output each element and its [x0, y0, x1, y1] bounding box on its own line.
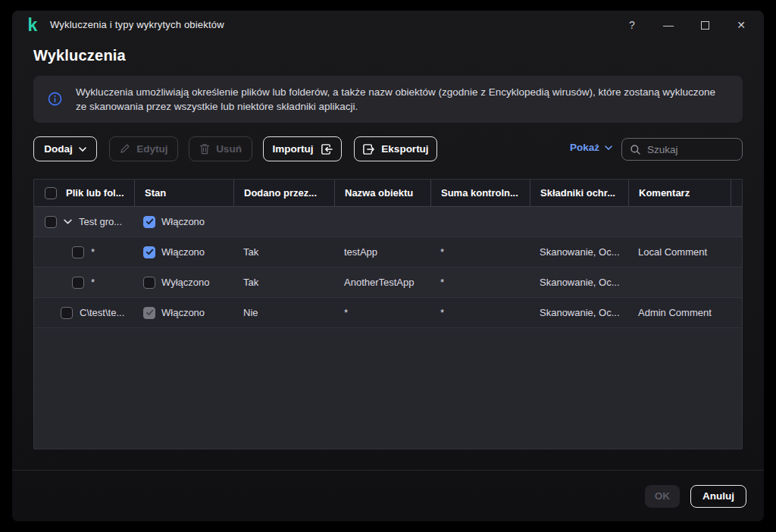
components-cell: Skanowanie, Oc... — [530, 268, 628, 297]
comment-cell: Local Comment — [628, 237, 731, 267]
export-icon — [362, 143, 375, 155]
delete-button: Usuń — [189, 136, 252, 161]
page-title: Wykluczenia — [33, 47, 126, 64]
edit-button: Edytuj — [109, 136, 178, 161]
checksum-cell: * — [430, 237, 530, 267]
kaspersky-logo-icon: k — [24, 17, 41, 33]
table-row[interactable]: *WłączonoTaktestApp*Skanowanie, Oc...Loc… — [34, 237, 742, 268]
table-row[interactable]: Test gro...Włączono — [34, 207, 742, 237]
column-header-1[interactable]: Plik lub fol... — [34, 180, 134, 206]
state-checkbox[interactable] — [143, 307, 155, 319]
comment-cell: Admin Comment — [628, 298, 731, 327]
ok-button: OK — [645, 485, 680, 508]
export-button-label: Eksportuj — [381, 143, 428, 155]
file-path-label: C\test\te... — [80, 307, 124, 318]
cancel-button[interactable]: Anuluj — [690, 485, 746, 508]
added-by-cell: Tak — [233, 268, 334, 297]
app-window: k Wykluczenia i typy wykrytych obiektów … — [12, 11, 764, 521]
show-dropdown-label: Pokaż — [570, 142, 599, 153]
search-icon — [630, 144, 641, 155]
row-select-checkbox[interactable] — [72, 277, 84, 289]
column-header-3[interactable]: Dodano przez... — [233, 180, 334, 206]
pencil-icon — [119, 143, 130, 155]
table-header-row: Plik lub fol...StanDodano przez...Nazwa … — [34, 180, 742, 207]
exclusions-table: Plik lub fol...StanDodano przez...Nazwa … — [33, 179, 743, 449]
column-header-7[interactable]: Komentarz — [628, 180, 731, 206]
checksum-cell: * — [430, 268, 530, 297]
file-path-label: * — [91, 277, 95, 288]
state-label: Włączono — [161, 246, 205, 258]
added-by-cell — [233, 207, 334, 236]
object-name-cell: AnotherTestApp — [334, 268, 430, 297]
chevron-down-icon — [79, 147, 86, 152]
checksum-cell: * — [430, 298, 530, 327]
expand-chevron-icon[interactable] — [64, 219, 72, 224]
maximize-icon — [701, 21, 709, 30]
table-row[interactable]: *WyłączonoTakAnotherTestApp*Skanowanie, … — [34, 268, 742, 298]
add-button-label: Dodaj — [44, 143, 73, 155]
table-body: Test gro...Włączono*WłączonoTaktestApp*S… — [34, 207, 742, 328]
search-input[interactable] — [647, 144, 734, 155]
select-all-checkbox[interactable] — [45, 187, 57, 199]
column-header-stub — [731, 180, 742, 206]
object-name-cell: * — [334, 298, 430, 327]
components-cell — [530, 207, 628, 236]
comment-cell — [628, 207, 731, 236]
export-button[interactable]: Eksportuj — [354, 136, 437, 161]
state-label: Włączono — [161, 307, 205, 318]
object-name-cell: testApp — [334, 237, 430, 267]
state-checkbox[interactable] — [143, 277, 155, 289]
window-title: Wykluczenia i typy wykrytych obiektów — [50, 19, 224, 30]
show-dropdown[interactable]: Pokaż — [570, 142, 612, 153]
table-row[interactable]: C\test\te...WłączonoNie**Skanowanie, Oc.… — [34, 298, 742, 328]
added-by-cell: Tak — [233, 237, 334, 267]
help-button[interactable]: ? — [614, 11, 650, 39]
minimize-button[interactable]: — — [650, 11, 687, 39]
info-banner: Wykluczenia umożliwiają określenie plikó… — [33, 76, 743, 123]
row-select-checkbox[interactable] — [45, 216, 57, 228]
state-label: Włączono — [161, 216, 205, 227]
components-cell: Skanowanie, Oc... — [530, 237, 628, 267]
toolbar: Dodaj Edytuj Usuń Importuj Eksportuj Pok… — [12, 136, 764, 162]
maximize-button[interactable] — [687, 11, 723, 39]
column-header-5[interactable]: Suma kontroln... — [430, 180, 530, 206]
edit-button-label: Edytuj — [136, 143, 167, 155]
import-button-label: Importuj — [273, 143, 314, 155]
dialog-footer: OK Anuluj — [12, 470, 764, 521]
file-path-label: Test gro... — [79, 216, 122, 227]
trash-icon — [199, 143, 210, 155]
column-header-2[interactable]: Stan — [134, 180, 233, 206]
column-header-4[interactable]: Nazwa obiektu — [334, 180, 430, 206]
file-path-label: * — [91, 246, 95, 258]
window-controls: ? — ✕ — [614, 11, 759, 39]
row-select-checkbox[interactable] — [61, 307, 73, 319]
column-header-6[interactable]: Składniki ochr... — [530, 180, 628, 206]
import-button[interactable]: Importuj — [263, 136, 342, 161]
info-text: Wykluczenia umożliwiają określenie plikó… — [76, 85, 720, 114]
column-header-label: Plik lub fol... — [66, 187, 124, 199]
state-checkbox[interactable] — [143, 246, 155, 258]
row-select-checkbox[interactable] — [72, 246, 84, 258]
close-button[interactable]: ✕ — [723, 11, 759, 39]
state-checkbox[interactable] — [143, 216, 155, 228]
import-icon — [320, 143, 333, 155]
delete-button-label: Usuń — [216, 143, 242, 155]
state-label: Wyłączono — [161, 277, 209, 288]
checksum-cell — [430, 207, 530, 236]
info-icon — [48, 92, 62, 106]
comment-cell — [628, 268, 731, 297]
added-by-cell: Nie — [233, 298, 334, 327]
object-name-cell — [334, 207, 430, 236]
chevron-down-icon — [605, 146, 612, 150]
search-box — [621, 138, 743, 161]
add-button[interactable]: Dodaj — [33, 136, 97, 161]
title-bar: k Wykluczenia i typy wykrytych obiektów … — [12, 11, 764, 39]
components-cell: Skanowanie, Oc... — [530, 298, 628, 327]
